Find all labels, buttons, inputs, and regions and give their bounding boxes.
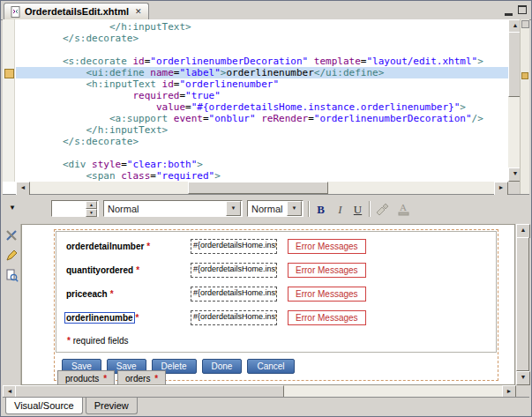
code-line[interactable]: <ui:define name="label">orderlinenumber<… bbox=[16, 67, 508, 78]
pencil-icon[interactable] bbox=[4, 248, 19, 263]
editor-tab-title: OrderdetailsEdit.xhtml bbox=[25, 6, 129, 17]
editor-tab-bar: OrderdetailsEdit.xhtml ✕ bbox=[1, 1, 531, 20]
code-lines: </h:inputText> </s:decorate> <s:decorate… bbox=[16, 21, 508, 182]
spin-down-icon[interactable]: ▼ bbox=[86, 209, 97, 217]
font-color-icon[interactable]: A bbox=[396, 201, 412, 217]
paragraph-style-combo[interactable]: Normal ▼ bbox=[103, 200, 243, 217]
required-mark: * bbox=[136, 265, 139, 275]
code-token bbox=[16, 78, 86, 90]
code-line[interactable]: <div style="clear:both"> bbox=[16, 159, 508, 170]
scroll-up-icon[interactable]: ▲ bbox=[516, 224, 530, 238]
font-style-value: Normal bbox=[248, 204, 286, 214]
field-input[interactable]: #{orderdetailsHome.instan bbox=[191, 287, 277, 302]
italic-button[interactable]: I bbox=[331, 200, 349, 219]
chevron-down-icon[interactable]: ▼ bbox=[226, 201, 241, 216]
overview-marker-icon[interactable] bbox=[521, 72, 528, 79]
code-token: = bbox=[150, 170, 156, 182]
toolbar-separator bbox=[308, 201, 310, 217]
code-token bbox=[16, 136, 63, 147]
code-token: "orderlinenumberDecoration" bbox=[314, 113, 472, 124]
code-token bbox=[16, 67, 86, 78]
page-search-icon[interactable] bbox=[4, 268, 19, 283]
code-line[interactable]: <h:inputText id="orderlinenumber" bbox=[16, 78, 508, 90]
code-token: "orderlinenumber" bbox=[179, 78, 279, 90]
required-note-text: required fields bbox=[71, 336, 129, 346]
scroll-right-icon[interactable]: ► bbox=[494, 182, 508, 196]
code-token: reRender bbox=[261, 113, 308, 124]
scrollbar-thumb[interactable] bbox=[508, 32, 521, 97]
code-token bbox=[16, 56, 63, 67]
overview-ruler bbox=[520, 19, 529, 194]
visual-design-canvas[interactable]: orderdetailnumber*#{orderdetailsHome.ins… bbox=[21, 224, 515, 385]
close-icon[interactable]: ✕ bbox=[135, 7, 142, 16]
code-line[interactable] bbox=[16, 147, 508, 159]
tab-visual-source[interactable]: Visual/Source bbox=[5, 398, 83, 414]
code-line[interactable]: value="#{orderdetailsHome.instance.order… bbox=[16, 101, 508, 113]
code-line[interactable]: </s:decorate> bbox=[16, 33, 508, 44]
underline-button[interactable]: U bbox=[348, 200, 367, 219]
form-row: orderlinenumbe*#{orderdetailsHome.instan… bbox=[56, 306, 496, 330]
gutter-marker-icon[interactable] bbox=[4, 69, 14, 78]
code-token: </s:decorate> bbox=[63, 136, 139, 147]
editor-horizontal-scrollbar[interactable]: ◄ ► bbox=[16, 182, 508, 194]
scrollbar-thumb[interactable] bbox=[188, 182, 327, 194]
code-line[interactable] bbox=[16, 44, 508, 56]
code-line[interactable]: required="true" bbox=[16, 90, 508, 101]
code-area[interactable]: </h:inputText> </s:decorate> <s:decorate… bbox=[16, 19, 508, 182]
code-line[interactable]: <a:support event="onblur" reRender="orde… bbox=[16, 113, 508, 124]
spin-up-icon[interactable]: ▲ bbox=[86, 201, 97, 209]
font-size-combo[interactable]: ▲ ▼ bbox=[51, 200, 99, 217]
done-button[interactable]: Done bbox=[202, 359, 243, 374]
field-input[interactable]: #{orderdetailsHome.instan bbox=[191, 310, 277, 325]
form-row: priceeach*#{orderdetailsHome.instanError… bbox=[56, 282, 496, 306]
scroll-down-icon[interactable]: ▼ bbox=[516, 371, 530, 385]
view-controls bbox=[505, 5, 527, 16]
code-token: > bbox=[197, 159, 203, 170]
overview-header-icon[interactable] bbox=[521, 20, 529, 28]
code-line[interactable]: <s:decorate id="orderlinenumberDecoratio… bbox=[16, 56, 508, 67]
scrollbar-thumb[interactable] bbox=[15, 385, 284, 398]
code-line[interactable]: <span class="required"> bbox=[16, 170, 508, 182]
error-messages-box: Error Messages bbox=[288, 287, 366, 302]
field-label-cell: quantityordered* bbox=[65, 265, 191, 275]
code-token: id bbox=[132, 56, 144, 67]
cancel-button[interactable]: Cancel bbox=[247, 359, 294, 374]
minimize-icon[interactable] bbox=[505, 5, 513, 16]
collapse-arrow-icon[interactable]: ▼ bbox=[9, 204, 16, 212]
bold-button[interactable]: B bbox=[311, 200, 330, 219]
editor-tab[interactable]: OrderdetailsEdit.xhtml ✕ bbox=[4, 3, 149, 19]
field-label[interactable]: orderlinenumbe bbox=[65, 313, 134, 323]
field-label-cell: priceeach* bbox=[65, 289, 191, 299]
field-label[interactable]: quantityordered bbox=[65, 265, 134, 275]
editor-vertical-scrollbar[interactable]: ▲ ▼ bbox=[508, 19, 521, 182]
tools-icon[interactable] bbox=[4, 227, 19, 242]
form-tab-orders[interactable]: orders * bbox=[117, 370, 166, 385]
tab-preview[interactable]: Preview bbox=[86, 398, 138, 414]
code-token: style bbox=[92, 159, 121, 170]
code-token bbox=[168, 113, 174, 124]
code-token bbox=[16, 124, 86, 136]
code-line[interactable]: </h:inputText> bbox=[16, 21, 508, 33]
error-messages-box: Error Messages bbox=[288, 310, 366, 325]
code-line[interactable]: </s:decorate> bbox=[16, 136, 508, 147]
canvas-vertical-scrollbar[interactable]: ▲ ▼ bbox=[516, 224, 529, 385]
spinner-icons[interactable]: ▲ ▼ bbox=[86, 201, 97, 217]
code-token: /> bbox=[472, 113, 483, 124]
code-line[interactable]: </h:inputText> bbox=[16, 124, 508, 136]
field-input[interactable]: #{orderdetailsHome.instan bbox=[191, 263, 277, 278]
scrollbar-corner bbox=[508, 182, 521, 194]
field-label[interactable]: orderdetailnumber bbox=[65, 242, 145, 251]
visual-design-pane: orderdetailnumber*#{orderdetailsHome.ins… bbox=[3, 224, 529, 385]
visual-editor-toolbar: ▼ ▲ ▼ Normal ▼ Normal ▼ B I U A bbox=[3, 195, 529, 224]
field-input[interactable]: #{orderdetailsHome.instan bbox=[191, 239, 277, 254]
chevron-down-icon[interactable]: ▼ bbox=[287, 201, 302, 216]
font-style-combo[interactable]: Normal ▼ bbox=[247, 200, 303, 217]
maximize-icon[interactable] bbox=[518, 5, 527, 14]
scrollbar-thumb[interactable] bbox=[516, 237, 529, 371]
canvas-horizontal-scrollbar[interactable]: ◄ ► bbox=[3, 385, 516, 398]
scroll-left-icon[interactable]: ◄ bbox=[16, 182, 30, 196]
field-label[interactable]: priceeach bbox=[65, 289, 109, 299]
form-tab-products[interactable]: products * bbox=[57, 370, 115, 385]
highlight-color-icon[interactable] bbox=[374, 201, 390, 217]
form-table: orderdetailnumber*#{orderdetailsHome.ins… bbox=[56, 231, 497, 353]
